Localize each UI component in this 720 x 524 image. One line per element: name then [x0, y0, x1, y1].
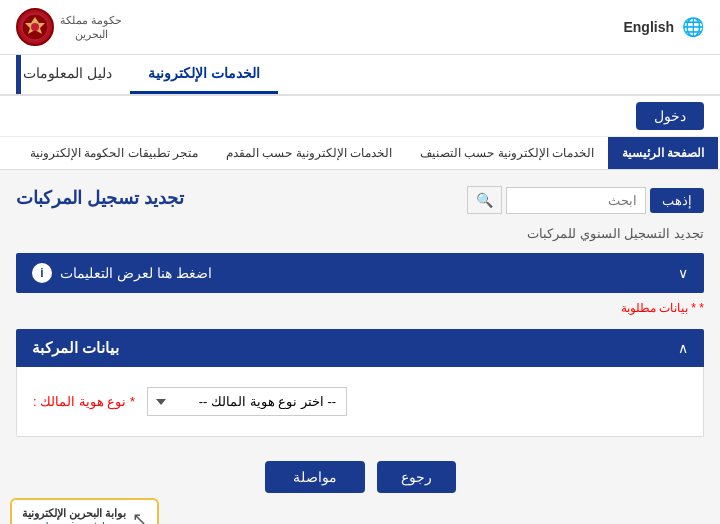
main-nav: الخدمات الإلكترونية دليل المعلومات	[0, 55, 720, 96]
footer-badge-info: بوابة البحرين الإلكترونية banrainportal.…	[22, 506, 126, 524]
emblem-text: حكومة مملكةالبحرين	[60, 13, 122, 42]
header-emblem: حكومة مملكةالبحرين	[16, 8, 122, 46]
footer-badge: ↖ بوابة البحرين الإلكترونية banrainporta…	[10, 498, 159, 524]
back-button[interactable]: رجوع	[377, 461, 456, 493]
search-row: إذهب 🔍 تجديد تسجيل المركبات	[16, 186, 704, 214]
login-bar: دخول	[0, 96, 720, 137]
emblem-logo	[16, 8, 54, 46]
sec-nav-by-provider[interactable]: الخدمات الإلكترونية حسب المقدم	[212, 137, 406, 169]
search-controls: إذهب 🔍	[467, 186, 704, 214]
vehicle-section-title: بيانات المركبة	[32, 339, 119, 357]
main-content: إذهب 🔍 تجديد تسجيل المركبات تجديد التسجي…	[0, 170, 720, 524]
language-label: English	[623, 19, 674, 35]
svg-point-2	[31, 23, 39, 31]
owner-id-select[interactable]: -- اختر نوع هوية المالك -- بطاقة هوية جو…	[147, 387, 347, 416]
sec-nav-by-category[interactable]: الخدمات الإلكترونية حسب التصنيف	[406, 137, 608, 169]
vehicle-section-content: -- اختر نوع هوية المالك -- بطاقة هوية جو…	[16, 367, 704, 437]
globe-icon: 🌐	[682, 16, 704, 38]
cursor-icon: ↖	[132, 508, 147, 524]
action-row: رجوع مواصلة	[16, 461, 704, 493]
vehicle-section-header[interactable]: ∧ بيانات المركبة	[16, 329, 704, 367]
info-icon: i	[32, 263, 52, 283]
page-title-container: تجديد تسجيل المركبات	[16, 187, 184, 209]
nav-item-info-guide[interactable]: دليل المعلومات	[5, 55, 130, 94]
chevron-up-icon: ∧	[678, 340, 688, 356]
chevron-down-icon: ∨	[678, 265, 688, 281]
go-button[interactable]: إذهب	[650, 188, 704, 213]
sec-nav-home[interactable]: الصفحة الرئيسية	[608, 137, 718, 169]
required-asterisk: *	[699, 301, 704, 315]
continue-button[interactable]: مواصلة	[265, 461, 365, 493]
nav-accent-bar	[16, 55, 21, 94]
sec-nav-app-store[interactable]: متجر تطبيقات الحكومة الإلكترونية	[16, 137, 212, 169]
owner-id-row: -- اختر نوع هوية المالك -- بطاقة هوية جو…	[33, 387, 687, 416]
instruction-bar-left: ∨	[678, 265, 688, 281]
header: 🌐 English حكومة مملكةالبحرين	[0, 0, 720, 55]
search-icon-button[interactable]: 🔍	[467, 186, 502, 214]
footer-badge-title: بوابة البحرين الإلكترونية	[22, 506, 126, 521]
search-icon: 🔍	[476, 192, 493, 208]
language-selector[interactable]: 🌐 English	[623, 16, 704, 38]
instruction-label: اضغط هنا لعرض التعليمات	[60, 265, 212, 281]
search-input[interactable]	[506, 187, 646, 214]
page-subtitle: تجديد التسجيل السنوي للمركبات	[16, 226, 704, 241]
instruction-bar[interactable]: ∨ اضغط هنا لعرض التعليمات i	[16, 253, 704, 293]
secondary-nav: الصفحة الرئيسية الخدمات الإلكترونية حسب …	[0, 137, 720, 170]
nav-item-e-services[interactable]: الخدمات الإلكترونية	[130, 55, 278, 94]
required-note: * * بيانات مطلوبة	[16, 297, 704, 319]
owner-id-label: * نوع هوية المالك :	[33, 394, 135, 409]
login-button[interactable]: دخول	[636, 102, 704, 130]
page-title: تجديد تسجيل المركبات	[16, 187, 184, 209]
